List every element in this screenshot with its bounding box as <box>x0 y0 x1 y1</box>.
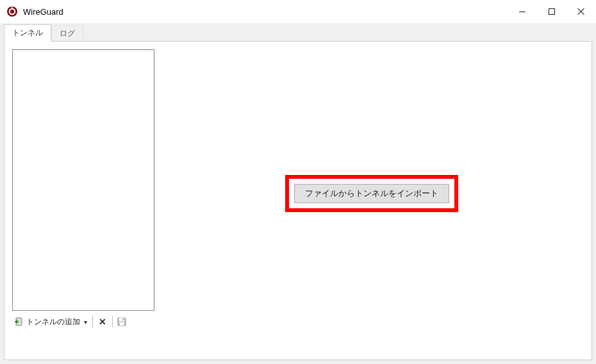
window-title: WireGuard <box>23 7 63 17</box>
annotation-highlight: ファイルからトンネルをインポート <box>285 175 458 212</box>
svg-rect-10 <box>123 318 124 320</box>
add-tunnel-button[interactable]: トンネルの追加 ▾ <box>12 315 88 329</box>
export-tunnel-button[interactable] <box>117 317 127 327</box>
window-titlebar: WireGuard <box>0 0 596 23</box>
delete-x-icon: ✕ <box>99 317 106 327</box>
delete-tunnel-button[interactable]: ✕ <box>97 316 108 327</box>
tab-tunnels[interactable]: トンネル <box>4 24 51 42</box>
svg-rect-3 <box>12 6 12 9</box>
toolbar-separator-2 <box>112 316 113 327</box>
chevron-down-icon: ▾ <box>84 318 87 326</box>
main-panel: トンネルの追加 ▾ ✕ ファイルからトンネルをインポート <box>4 41 592 360</box>
tab-log-label: ログ <box>60 29 75 38</box>
svg-point-2 <box>10 10 14 13</box>
import-tunnel-button[interactable]: ファイルからトンネルをインポート <box>294 184 449 203</box>
save-icon <box>117 317 126 326</box>
close-button[interactable] <box>567 0 596 23</box>
tab-log[interactable]: ログ <box>51 25 83 42</box>
toolbar-separator <box>92 316 93 327</box>
maximize-button[interactable] <box>537 0 567 23</box>
minimize-button[interactable] <box>508 0 537 23</box>
import-tunnel-label: ファイルからトンネルをインポート <box>305 188 438 199</box>
svg-rect-9 <box>120 322 124 326</box>
svg-rect-6 <box>16 320 17 324</box>
wireguard-icon <box>6 6 18 17</box>
add-tunnel-icon <box>13 317 24 327</box>
window-controls <box>508 0 596 23</box>
tab-strip: トンネル ログ <box>0 23 596 41</box>
tunnel-listbox[interactable] <box>12 49 154 311</box>
tab-tunnels-label: トンネル <box>12 28 43 37</box>
add-tunnel-label: トンネルの追加 <box>26 317 80 327</box>
tunnel-list-toolbar: トンネルの追加 ▾ ✕ <box>12 313 127 330</box>
